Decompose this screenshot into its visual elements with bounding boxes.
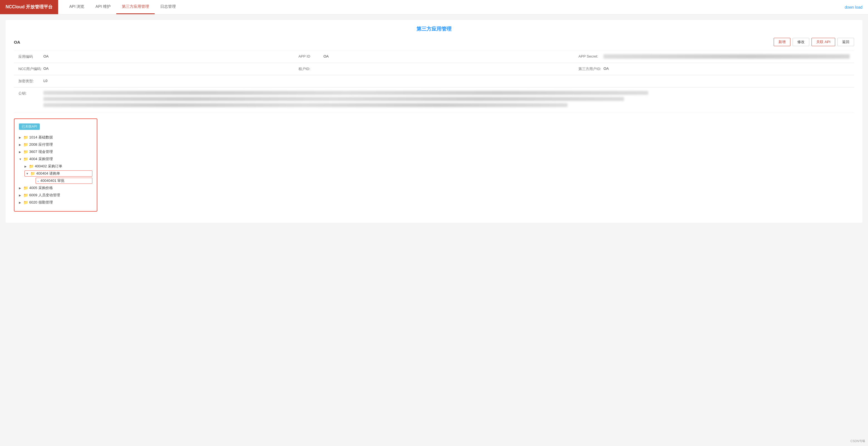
pubkey-line-2 (43, 97, 624, 101)
encrypt-cell: 加密类型: L0 (14, 75, 297, 87)
folder-icon-400402: 📁 (29, 164, 34, 168)
app-id-cell: APP ID OA (294, 51, 574, 63)
pubkey-label: 公钥: (18, 91, 43, 96)
tree-node-4004[interactable]: ▼ 📁 4004 采购管理 ▶ 📁 400402 采购订单 ▼ 📁 400404… (19, 156, 92, 184)
tree-node-row-40040401[interactable]: ⬩ 40040401 审批 (36, 178, 92, 184)
app-code-cell: 应用编码 OA (14, 51, 294, 63)
node-label-6020: 6020 假勤管理 (29, 200, 53, 205)
info-row-2: NCC用户编码: OA 租户ID: 第三方用户ID: OA (14, 63, 854, 75)
tenant-id-label: 租户ID: (299, 66, 323, 71)
tree-node-row-6020[interactable]: ▶ 📁 6020 假勤管理 (19, 199, 92, 205)
info-row-3: 加密类型: L0 (14, 75, 854, 88)
folder-icon-6009: 📁 (23, 193, 28, 197)
app-secret-label: APP Secret: (579, 54, 603, 58)
node-label-4004: 4004 采购管理 (29, 157, 53, 162)
third-user-label: 第三方用户ID: (579, 66, 603, 71)
arrow-right-icon-2008: ▶ (19, 143, 22, 146)
arrow-right-icon-6009: ▶ (19, 194, 22, 197)
tree-node-row-3607[interactable]: ▶ 📁 3607 现金管理 (19, 149, 92, 155)
tab-third-party[interactable]: 第三方应用管理 (116, 0, 155, 14)
tree-node-row-4005[interactable]: ▶ 📁 4005 采购价格 (19, 185, 92, 191)
ncc-user-label: NCC用户编码: (18, 66, 43, 71)
arrow-right-icon-4005: ▶ (19, 187, 22, 190)
tab-api-maintain[interactable]: API 维护 (90, 0, 116, 14)
nav-tabs: API 浏览 API 维护 第三方应用管理 日志管理 (64, 0, 181, 14)
add-button[interactable]: 新增 (774, 38, 790, 46)
tree-node-row-400404[interactable]: ▼ 📁 400404 请购单 (25, 170, 92, 177)
app-code-label: 应用编码 (18, 54, 43, 59)
app-code-value: OA (43, 54, 289, 58)
folder-icon-1014: 📁 (23, 135, 28, 139)
tree-node-4005[interactable]: ▶ 📁 4005 采购价格 (19, 185, 92, 191)
folder-icon-2008: 📁 (23, 142, 28, 147)
arrow-down-icon-4004: ▼ (19, 158, 22, 161)
tree-node-3607[interactable]: ▶ 📁 3607 现金管理 (19, 149, 92, 155)
tree-node-400404[interactable]: ▼ 📁 400404 请购单 ⬩ 40040401 审批 (19, 170, 92, 184)
link-api-button[interactable]: 关联 API (811, 38, 835, 46)
modify-button[interactable]: 修改 (793, 38, 809, 46)
ncc-user-value: OA (43, 66, 289, 71)
leaf-label-40040401: 40040401 审批 (40, 178, 65, 183)
top-row: OA 新增 修改 关联 API 返回 (14, 38, 854, 46)
tree-node-row-400402[interactable]: ▶ 📁 400402 采购订单 (25, 163, 92, 169)
oa-label: OA (14, 40, 20, 44)
tree-node-row-4004[interactable]: ▼ 📁 4004 采购管理 (19, 156, 92, 162)
encrypt-empty (297, 75, 854, 87)
encrypt-label: 加密类型: (18, 79, 43, 84)
pubkey-value (43, 91, 850, 109)
back-button[interactable]: 返回 (837, 38, 854, 46)
arrow-down-icon-400404: ▼ (26, 172, 29, 175)
tree-node-1014[interactable]: ▶ 📁 1014 基础数据 (19, 134, 92, 140)
page-title: 第三方应用管理 (14, 26, 854, 32)
app-secret-value (603, 54, 850, 59)
tree-node-6020[interactable]: ▶ 📁 6020 假勤管理 (19, 199, 92, 205)
app-id-label: APP ID (299, 54, 323, 58)
tree-node-6009[interactable]: ▶ 📁 6009 人员变动管理 (19, 192, 92, 198)
folder-icon-4004: 📁 (23, 157, 28, 161)
node-label-400404: 400404 请购单 (36, 171, 60, 176)
node-label-400402: 400402 采购订单 (35, 164, 62, 169)
ncc-user-cell: NCC用户编码: OA (14, 63, 294, 75)
folder-icon-3607: 📁 (23, 150, 28, 154)
tree-node-row-1014[interactable]: ▶ 📁 1014 基础数据 (19, 134, 92, 140)
header: NCCloud 开放管理平台 API 浏览 API 维护 第三方应用管理 日志管… (0, 0, 868, 14)
tree-node-40040401[interactable]: ⬩ 40040401 审批 (25, 178, 92, 184)
node-label-3607: 3607 现金管理 (29, 149, 53, 154)
arrow-right-icon-6020: ▶ (19, 201, 22, 204)
tab-api-browse[interactable]: API 浏览 (64, 0, 90, 14)
folder-icon-6020: 📁 (23, 200, 28, 205)
download-link[interactable]: down load (845, 5, 862, 9)
leaf-icon-40040401: ⬩ (37, 179, 39, 183)
tree-node-row-6009[interactable]: ▶ 📁 6009 人员变动管理 (19, 192, 92, 198)
third-user-value: OA (603, 66, 850, 71)
tenant-id-cell: 租户ID: (294, 63, 574, 75)
tree-section: 已关联API ▶ 📁 1014 基础数据 ▶ 📁 2008 应付管理 ▶ 📁 3… (14, 119, 97, 212)
tree-node-row-2008[interactable]: ▶ 📁 2008 应付管理 (19, 141, 92, 148)
arrow-right-icon-3607: ▶ (19, 151, 22, 154)
main-content: 第三方应用管理 OA 新增 修改 关联 API 返回 应用编码 OA APP I… (6, 20, 862, 223)
arrow-right-icon-400402: ▶ (25, 165, 28, 168)
node-label-6009: 6009 人员变动管理 (29, 193, 60, 198)
tree-node-2008[interactable]: ▶ 📁 2008 应付管理 (19, 141, 92, 148)
arrow-right-icon-1014: ▶ (19, 136, 22, 139)
action-buttons: 新增 修改 关联 API 返回 (774, 38, 854, 46)
already-linked-badge: 已关联API (19, 123, 40, 130)
info-row-1: 应用编码 OA APP ID OA APP Secret: (14, 51, 854, 63)
pubkey-line-1 (43, 91, 648, 95)
info-section: 应用编码 OA APP ID OA APP Secret: NCC用户编码: O… (14, 51, 854, 113)
third-user-cell: 第三方用户ID: OA (574, 63, 854, 75)
tab-log-manage[interactable]: 日志管理 (155, 0, 181, 14)
tree-node-400402[interactable]: ▶ 📁 400402 采购订单 (19, 163, 92, 169)
node-label-1014: 1014 基础数据 (29, 135, 53, 140)
node-label-4005: 4005 采购价格 (29, 186, 53, 190)
app-secret-cell: APP Secret: (574, 51, 854, 63)
folder-icon-400404: 📁 (30, 171, 35, 176)
folder-icon-4005: 📁 (23, 186, 28, 190)
pubkey-line-3 (43, 103, 567, 107)
encrypt-value: L0 (43, 79, 292, 83)
app-id-value: OA (323, 54, 570, 58)
pubkey-row: 公钥: (14, 88, 854, 113)
logo: NCCloud 开放管理平台 (0, 0, 58, 14)
node-label-2008: 2008 应付管理 (29, 142, 53, 147)
